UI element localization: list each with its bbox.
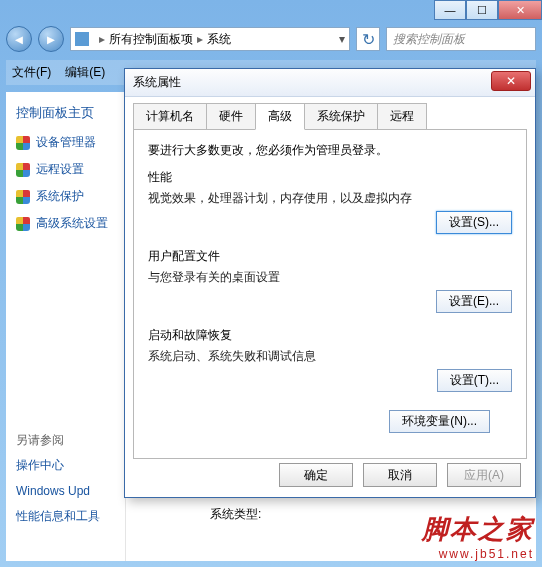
group-desc: 系统启动、系统失败和调试信息 [148, 348, 512, 365]
watermark-url: www.jb51.net [422, 547, 534, 561]
tab-body-advanced: 要进行大多数更改，您必须作为管理员登录。 性能 视觉效果，处理器计划，内存使用，… [133, 129, 527, 459]
apply-button[interactable]: 应用(A) [447, 463, 521, 487]
group-startup-recovery: 启动和故障恢复 系统启动、系统失败和调试信息 设置(T)... [148, 327, 512, 392]
back-button[interactable]: ◄ [6, 26, 32, 52]
sidebar-item-label: 设备管理器 [36, 134, 96, 151]
sidebar: 控制面板主页 设备管理器 远程设置 系统保护 高级系统设置 另请参阅 操作中心 … [6, 92, 126, 561]
dialog-title: 系统属性 [125, 69, 535, 97]
see-also-section: 另请参阅 操作中心 Windows Upd 性能信息和工具 [16, 432, 115, 525]
system-properties-dialog: 系统属性 ✕ 计算机名 硬件 高级 系统保护 远程 要进行大多数更改，您必须作为… [124, 68, 536, 498]
sidebar-item-label: 高级系统设置 [36, 215, 108, 232]
group-title: 用户配置文件 [148, 248, 512, 265]
tab-remote[interactable]: 远程 [377, 103, 427, 129]
group-desc: 与您登录有关的桌面设置 [148, 269, 512, 286]
dialog-button-row: 确定 取消 应用(A) [279, 463, 521, 487]
group-desc: 视觉效果，处理器计划，内存使用，以及虚拟内存 [148, 190, 512, 207]
tab-system-protection[interactable]: 系统保护 [304, 103, 378, 129]
sidebar-home-link[interactable]: 控制面板主页 [16, 104, 115, 122]
sidebar-item-device-manager[interactable]: 设备管理器 [16, 134, 115, 151]
outer-window-controls: — ☐ ✕ [434, 0, 542, 24]
system-type-label: 系统类型: [210, 506, 261, 523]
control-panel-icon [75, 32, 89, 46]
addr-dropdown-icon[interactable]: ▾ [339, 32, 345, 46]
group-title: 性能 [148, 169, 512, 186]
tab-hardware[interactable]: 硬件 [206, 103, 256, 129]
see-also-performance-info[interactable]: 性能信息和工具 [16, 508, 115, 525]
sidebar-item-label: 远程设置 [36, 161, 84, 178]
sidebar-item-remote-settings[interactable]: 远程设置 [16, 161, 115, 178]
group-user-profiles: 用户配置文件 与您登录有关的桌面设置 设置(E)... [148, 248, 512, 313]
watermark: 脚本之家 www.jb51.net [422, 512, 534, 561]
shield-icon [16, 217, 30, 231]
tab-advanced[interactable]: 高级 [255, 103, 305, 130]
breadcrumb-sep: ▸ [197, 32, 203, 46]
breadcrumb-system[interactable]: 系统 [207, 31, 231, 48]
watermark-text: 脚本之家 [422, 512, 534, 547]
tab-strip: 计算机名 硬件 高级 系统保护 远程 [125, 97, 535, 129]
see-also-title: 另请参阅 [16, 432, 115, 449]
group-title: 启动和故障恢复 [148, 327, 512, 344]
dialog-close-button[interactable]: ✕ [491, 71, 531, 91]
menu-edit[interactable]: 编辑(E) [65, 64, 105, 81]
shield-icon [16, 190, 30, 204]
address-bar[interactable]: ▸ 所有控制面板项 ▸ 系统 ▾ [70, 27, 350, 51]
sidebar-item-system-protection[interactable]: 系统保护 [16, 188, 115, 205]
breadcrumb-all-items[interactable]: 所有控制面板项 [109, 31, 193, 48]
cancel-button[interactable]: 取消 [363, 463, 437, 487]
forward-button[interactable]: ► [38, 26, 64, 52]
breadcrumb-sep: ▸ [99, 32, 105, 46]
startup-recovery-settings-button[interactable]: 设置(T)... [437, 369, 512, 392]
admin-note: 要进行大多数更改，您必须作为管理员登录。 [148, 142, 512, 159]
outer-close-button[interactable]: ✕ [498, 0, 542, 20]
ok-button[interactable]: 确定 [279, 463, 353, 487]
refresh-button[interactable]: ↻ [356, 27, 380, 51]
sidebar-item-advanced-settings[interactable]: 高级系统设置 [16, 215, 115, 232]
menu-file[interactable]: 文件(F) [12, 64, 51, 81]
environment-variables-button[interactable]: 环境变量(N)... [389, 410, 490, 433]
performance-settings-button[interactable]: 设置(S)... [436, 211, 512, 234]
sidebar-item-label: 系统保护 [36, 188, 84, 205]
minimize-button[interactable]: — [434, 0, 466, 20]
shield-icon [16, 136, 30, 150]
tab-computer-name[interactable]: 计算机名 [133, 103, 207, 129]
search-input[interactable]: 搜索控制面板 [386, 27, 536, 51]
see-also-action-center[interactable]: 操作中心 [16, 457, 115, 474]
see-also-windows-update[interactable]: Windows Upd [16, 484, 115, 498]
maximize-button[interactable]: ☐ [466, 0, 498, 20]
group-performance: 性能 视觉效果，处理器计划，内存使用，以及虚拟内存 设置(S)... [148, 169, 512, 234]
shield-icon [16, 163, 30, 177]
user-profiles-settings-button[interactable]: 设置(E)... [436, 290, 512, 313]
